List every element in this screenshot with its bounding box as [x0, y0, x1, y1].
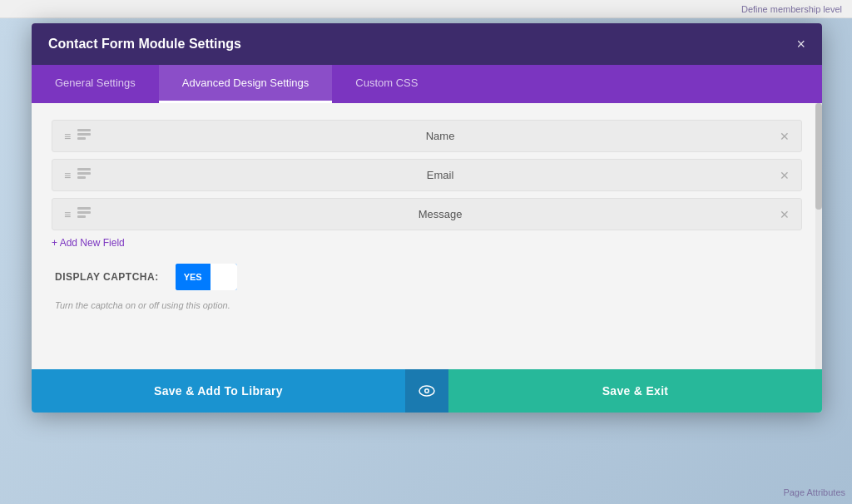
svg-rect-7: [77, 211, 91, 214]
tab-custom-css[interactable]: Custom CSS: [332, 65, 441, 103]
save-to-library-button[interactable]: Save & Add To Library: [32, 369, 405, 413]
field-email-label: Email: [101, 169, 780, 181]
captcha-toggle-yes[interactable]: YES: [176, 264, 211, 290]
modal-footer: Save & Add To Library Save & Exit: [32, 369, 822, 413]
scrollbar-track[interactable]: [815, 103, 822, 369]
eye-icon: [419, 383, 435, 399]
field-email-remove-button[interactable]: ✕: [780, 169, 790, 182]
bottom-right-text: Page Attributes: [783, 487, 845, 497]
modal-title: Contact Form Module Settings: [48, 37, 241, 52]
svg-point-11: [426, 390, 428, 393]
field-row-name: ≡ Name ✕: [52, 120, 802, 152]
drag-handle-icon-email[interactable]: ≡: [64, 169, 71, 182]
svg-rect-3: [77, 168, 91, 170]
field-row-email: ≡ Email ✕: [52, 159, 802, 191]
modal-header: Contact Form Module Settings ×: [32, 23, 822, 65]
captcha-toggle-no[interactable]: [211, 264, 237, 290]
svg-rect-2: [77, 137, 86, 140]
svg-rect-0: [77, 129, 91, 131]
scrollbar-thumb: [815, 103, 822, 210]
preview-button[interactable]: [405, 369, 448, 413]
field-type-icon-message: [77, 207, 91, 221]
save-exit-button[interactable]: Save & Exit: [448, 369, 822, 413]
captcha-section: DISPLAY CAPTCHA: YES Turn the captcha on…: [52, 264, 802, 310]
field-type-icon: [77, 129, 91, 143]
svg-rect-6: [77, 207, 91, 210]
membership-link[interactable]: Define membership level: [741, 4, 842, 14]
modal-close-button[interactable]: ×: [796, 37, 805, 52]
field-message-remove-button[interactable]: ✕: [780, 208, 790, 221]
captcha-toggle[interactable]: YES: [176, 264, 237, 290]
modal-tabs: General Settings Advanced Design Setting…: [32, 65, 822, 103]
modal-body: ≡ Name ✕ ≡: [32, 103, 822, 369]
drag-handle-icon-message[interactable]: ≡: [64, 208, 71, 221]
drag-handle-icon[interactable]: ≡: [64, 130, 71, 143]
tab-advanced-design-settings[interactable]: Advanced Design Settings: [159, 65, 332, 103]
svg-rect-8: [77, 215, 86, 218]
captcha-row: DISPLAY CAPTCHA: YES: [55, 264, 237, 290]
field-name-label: Name: [101, 130, 780, 142]
captcha-label: DISPLAY CAPTCHA:: [55, 271, 159, 283]
svg-rect-1: [77, 133, 91, 136]
top-bar: Define membership level: [0, 0, 852, 18]
field-drag-icons-message: ≡: [64, 207, 91, 221]
captcha-hint-text: Turn the captcha on or off using this op…: [55, 300, 230, 310]
tab-general-settings[interactable]: General Settings: [32, 65, 159, 103]
field-type-icon-email: [77, 168, 91, 182]
field-drag-icons: ≡: [64, 129, 91, 143]
add-new-field-button[interactable]: + Add New Field: [52, 237, 125, 249]
field-row-message: ≡ Message ✕: [52, 198, 802, 230]
field-message-label: Message: [101, 208, 780, 220]
field-drag-icons-email: ≡: [64, 168, 91, 182]
modal: Contact Form Module Settings × General S…: [32, 23, 822, 413]
field-name-remove-button[interactable]: ✕: [780, 130, 790, 143]
svg-rect-5: [77, 176, 86, 179]
svg-rect-4: [77, 172, 91, 175]
